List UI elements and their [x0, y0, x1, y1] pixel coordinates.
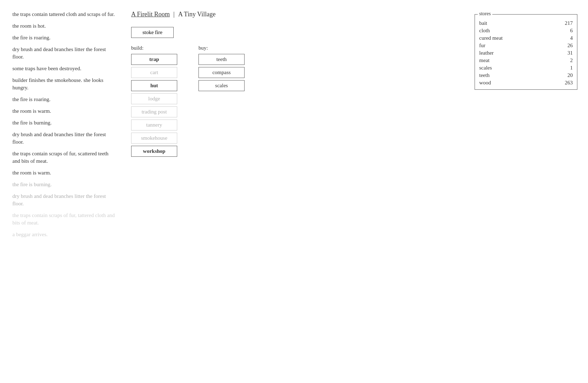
- build-label: build:: [131, 45, 177, 51]
- build-btn-trap[interactable]: trap: [131, 54, 177, 65]
- store-item-name: teeth: [479, 72, 549, 79]
- store-row: wood263: [479, 79, 573, 87]
- store-row: scales1: [479, 64, 573, 72]
- log-entry: builder finishes the smokehouse. she loo…: [12, 77, 115, 91]
- tab-tiny-village[interactable]: A Tiny Village: [178, 11, 216, 18]
- stores-title: stores: [478, 11, 492, 17]
- log-entry: the traps contain tattered cloth and scr…: [12, 11, 115, 18]
- store-item-name: wood: [479, 79, 549, 87]
- store-row: leather31: [479, 49, 573, 57]
- page: the traps contain tattered cloth and scr…: [0, 0, 588, 383]
- store-item-amount: 31: [549, 49, 573, 57]
- log-entry: dry brush and dead branches litter the f…: [12, 193, 115, 207]
- log-entry: the traps contain scraps of fur, scatter…: [12, 150, 115, 165]
- store-item-name: bait: [479, 20, 549, 27]
- log-entry: the fire is roaring.: [12, 34, 115, 41]
- store-item-amount: 1: [549, 64, 573, 72]
- store-item-name: leather: [479, 49, 549, 57]
- log-entry: the room is warm.: [12, 107, 115, 115]
- log-entry: the fire is burning.: [12, 181, 115, 188]
- nav-separator: |: [173, 11, 175, 18]
- store-row: bait217: [479, 20, 573, 27]
- store-item-name: cured meat: [479, 34, 549, 42]
- log-entry: the fire is roaring.: [12, 96, 115, 103]
- store-row: cured meat4: [479, 34, 573, 42]
- build-column: trapcarthutlodgetrading posttannerysmoke…: [131, 54, 177, 159]
- buy-column: teethcompassscales: [198, 54, 245, 93]
- log-entry: dry brush and dead branches litter the f…: [12, 131, 115, 146]
- build-section: build: trapcarthutlodgetrading posttanne…: [131, 45, 177, 159]
- log-entry: the traps contain scraps of fur, tattere…: [12, 212, 115, 227]
- build-btn-cart[interactable]: cart: [131, 67, 177, 78]
- buy-btn-scales[interactable]: scales: [198, 80, 245, 91]
- tab-firelit-room[interactable]: A Firelit Room: [131, 11, 170, 18]
- store-row: fur26: [479, 42, 573, 49]
- center-panel: A Firelit Room | A Tiny Village stoke fi…: [121, 7, 471, 376]
- build-btn-hut[interactable]: hut: [131, 80, 177, 91]
- store-item-amount: 263: [549, 79, 573, 87]
- store-item-amount: 2: [549, 57, 573, 64]
- log-entry: dry brush and dead branches litter the f…: [12, 46, 115, 61]
- buy-section: buy: teethcompassscales: [198, 45, 245, 159]
- store-row: cloth6: [479, 27, 573, 34]
- main-content-row: build: trapcarthutlodgetrading posttanne…: [131, 45, 460, 159]
- stores-box: stores bait217cloth6cured meat4fur26leat…: [475, 14, 577, 90]
- stores-table: bait217cloth6cured meat4fur26leather31me…: [479, 20, 573, 87]
- store-item-name: scales: [479, 64, 549, 72]
- buy-btn-teeth[interactable]: teeth: [198, 54, 245, 65]
- log-entry: a beggar arrives.: [12, 231, 115, 238]
- build-btn-workshop[interactable]: workshop: [131, 146, 177, 157]
- store-item-name: cloth: [479, 27, 549, 34]
- nav-header: A Firelit Room | A Tiny Village: [131, 11, 460, 18]
- build-btn-tannery[interactable]: tannery: [131, 120, 177, 131]
- stores-panel: stores bait217cloth6cured meat4fur26leat…: [471, 7, 581, 376]
- store-item-amount: 4: [549, 34, 573, 42]
- store-row: meat2: [479, 57, 573, 64]
- store-item-amount: 20: [549, 72, 573, 79]
- buy-btn-compass[interactable]: compass: [198, 67, 245, 78]
- store-item-name: fur: [479, 42, 549, 49]
- store-item-amount: 6: [549, 27, 573, 34]
- build-btn-trading-post[interactable]: trading post: [131, 106, 177, 117]
- log-panel: the traps contain tattered cloth and scr…: [7, 7, 121, 376]
- log-entry: the fire is burning.: [12, 119, 115, 127]
- log-entry: the room is hot.: [12, 22, 115, 30]
- buy-label: buy:: [198, 45, 245, 51]
- log-entry: some traps have been destroyed.: [12, 65, 115, 72]
- store-item-amount: 217: [549, 20, 573, 27]
- store-item-name: meat: [479, 57, 549, 64]
- build-btn-lodge[interactable]: lodge: [131, 93, 177, 104]
- stoke-fire-button[interactable]: stoke fire: [131, 27, 174, 38]
- build-btn-smokehouse[interactable]: smokehouse: [131, 133, 177, 144]
- store-row: teeth20: [479, 72, 573, 79]
- store-item-amount: 26: [549, 42, 573, 49]
- log-entry: the room is warm.: [12, 169, 115, 177]
